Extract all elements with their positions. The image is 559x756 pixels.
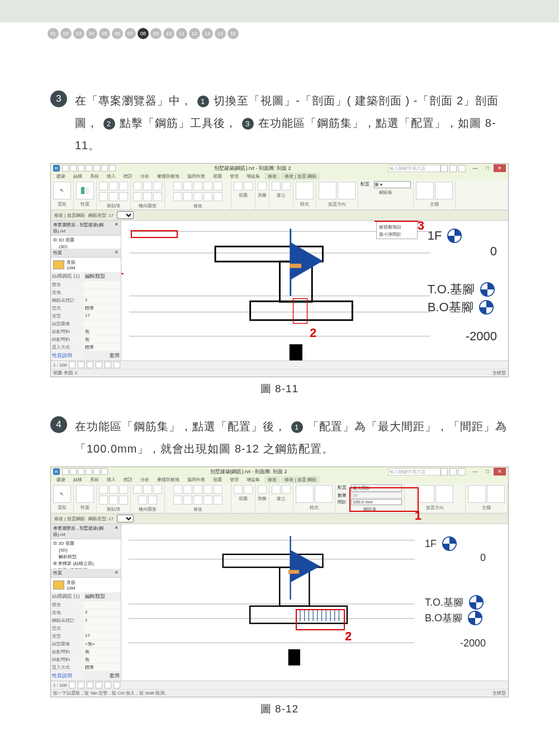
i[interactable] (153, 182, 162, 191)
copy2-icon[interactable] (183, 182, 192, 191)
measure-icon[interactable] (258, 182, 267, 191)
help-icon[interactable] (458, 468, 466, 476)
qat-icon[interactable] (78, 468, 84, 475)
i[interactable] (244, 485, 253, 494)
rebar-icon[interactable] (416, 182, 434, 199)
star-icon[interactable] (449, 468, 457, 476)
scale-icon[interactable] (214, 192, 222, 201)
placement-icon2[interactable] (338, 182, 356, 199)
i[interactable] (282, 485, 291, 494)
i[interactable] (69, 682, 75, 688)
qat-icon[interactable] (93, 165, 100, 172)
mirror-icon[interactable] (203, 182, 212, 191)
i[interactable] (133, 192, 142, 201)
shape-select[interactable] (117, 515, 134, 522)
i[interactable] (105, 682, 111, 688)
apply-button[interactable]: 套用 (84, 672, 121, 680)
i[interactable] (296, 485, 314, 503)
qat-icon[interactable] (70, 468, 77, 475)
main-model[interactable]: 主模型 (492, 370, 506, 375)
i[interactable] (468, 485, 486, 503)
qat-open-icon[interactable] (70, 165, 77, 172)
i[interactable] (148, 496, 157, 505)
i[interactable] (173, 496, 182, 505)
paste-icon[interactable] (119, 182, 128, 191)
minimize-button[interactable]: — (469, 468, 481, 476)
qat-icon[interactable] (86, 468, 92, 475)
qat-save-icon[interactable] (62, 165, 69, 172)
drawing-canvas[interactable]: 2 1F 0 T.O.基腳 B.O基腳 -2000 (121, 524, 508, 681)
cursor-icon[interactable]: ↖ (53, 182, 71, 199)
qat-icon[interactable] (101, 165, 108, 172)
i[interactable] (203, 496, 212, 505)
i[interactable] (153, 485, 162, 494)
shape-select[interactable] (117, 211, 134, 219)
t[interactable]: 協同作業 (184, 476, 209, 483)
align-icon[interactable] (173, 192, 182, 201)
properties-grid[interactable]: 營造 造地2 鋼筋表標記1 型式 造型17 結型圖像<無> 起點彎鉤無 終點彎鉤… (51, 601, 121, 672)
cursor-icon[interactable]: ↖ (53, 485, 71, 503)
qat-redo-icon[interactable] (86, 165, 92, 172)
tab-rebar[interactable]: 修改 | 放置 鋼筋 (281, 173, 320, 180)
maximize-button[interactable]: □ (481, 468, 494, 476)
t[interactable]: 量體與敷地 (154, 476, 183, 483)
i[interactable] (138, 496, 147, 505)
qat-icon[interactable] (109, 165, 116, 172)
cut-icon[interactable] (99, 182, 108, 191)
i[interactable] (258, 485, 267, 494)
dd-item[interactable]: 最小淨間距 (377, 231, 416, 238)
i[interactable] (96, 682, 102, 688)
i[interactable] (487, 485, 505, 503)
i[interactable] (87, 682, 93, 688)
t[interactable]: 修改 | 放置 鋼筋 (281, 476, 320, 483)
prop-type-image[interactable]: 直筋 18M (51, 258, 121, 272)
search-box[interactable]: 輸入關鍵字或片語 (388, 468, 440, 476)
tab-modify[interactable]: 修改 (264, 173, 280, 180)
dd-item[interactable]: 確切敷地目 (377, 224, 416, 231)
t[interactable]: 建築 (53, 476, 69, 483)
tab-insert[interactable]: 插入 (103, 173, 119, 180)
i[interactable] (183, 496, 192, 505)
tab-annot[interactable]: 標註 (120, 173, 136, 180)
trim-icon[interactable] (214, 182, 222, 191)
cut-geo-icon[interactable] (143, 182, 152, 191)
apply-button[interactable]: 套用 (84, 351, 121, 360)
tab-collab[interactable]: 協同作業 (184, 173, 209, 180)
copy-icon[interactable] (109, 182, 118, 191)
load-family-icon[interactable] (296, 182, 314, 199)
minimize-button[interactable]: — (469, 164, 481, 172)
i[interactable] (109, 485, 118, 494)
t[interactable]: 標註 (120, 476, 136, 483)
t[interactable]: 結構 (70, 476, 86, 483)
i[interactable] (244, 182, 253, 191)
edit-type-button[interactable]: 編輯類型 (84, 272, 121, 280)
i[interactable] (113, 682, 120, 688)
i[interactable] (143, 192, 152, 201)
i[interactable] (78, 682, 84, 688)
drawing-canvas[interactable]: 1 2 1F 0 T.O.基腳 B.O基腳 -2000 量 固定數目 最大間距 (121, 221, 508, 360)
close-button[interactable]: ✕ (494, 164, 506, 172)
tab-view[interactable]: 視圖 (210, 173, 225, 180)
t[interactable]: 管理 (226, 476, 242, 483)
i[interactable] (119, 496, 128, 505)
rebar-icon2[interactable] (435, 182, 453, 199)
i[interactable] (119, 192, 128, 201)
properties-icon[interactable] (76, 182, 94, 199)
i[interactable] (272, 182, 281, 191)
qat-icon[interactable] (93, 468, 100, 475)
close-icon[interactable]: ✕ (115, 570, 119, 576)
scale-indicator[interactable]: 1 : 100 (53, 683, 67, 688)
tab-addin[interactable]: 增益集 (243, 173, 263, 180)
i[interactable] (272, 485, 281, 494)
join-icon[interactable] (133, 182, 142, 191)
star-icon[interactable] (449, 165, 457, 172)
array-icon[interactable] (203, 192, 212, 201)
maximize-button[interactable]: □ (481, 164, 494, 172)
prop-help-link[interactable]: 性質說明 (51, 672, 84, 680)
i[interactable] (416, 485, 434, 503)
i[interactable] (203, 485, 212, 494)
close-icon[interactable]: ✕ (115, 222, 119, 234)
i[interactable] (99, 485, 108, 494)
tab-mass[interactable]: 量體與敷地 (154, 173, 183, 180)
i[interactable] (214, 485, 222, 494)
